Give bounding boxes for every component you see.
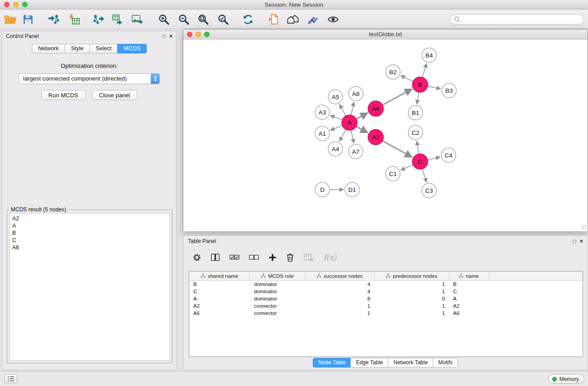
table-close-panel-icon[interactable]: ×: [580, 238, 583, 244]
graph-node-D[interactable]: D: [315, 182, 330, 197]
edge-B-B4[interactable]: [422, 63, 426, 77]
edge-A-A2[interactable]: [356, 126, 368, 133]
edge-B-B1[interactable]: [417, 92, 419, 104]
search-box[interactable]: [450, 14, 584, 24]
tab-node-table[interactable]: Node Table: [313, 358, 351, 367]
open-session-button[interactable]: [2, 11, 18, 28]
search-input[interactable]: [463, 16, 580, 23]
export-table-button[interactable]: [110, 11, 126, 28]
graph-node-C2[interactable]: C2: [408, 125, 423, 140]
show-graphics-button[interactable]: [325, 11, 341, 28]
edge-C-C3[interactable]: [422, 169, 426, 182]
column-header-predecessor-nodes[interactable]: predecessor nodes: [374, 272, 449, 280]
tab-select[interactable]: Select: [90, 44, 118, 53]
annotation-check-button[interactable]: [305, 11, 321, 28]
graph-node-A8[interactable]: A8: [349, 86, 363, 101]
tab-network-table[interactable]: Network Table: [388, 358, 433, 367]
mcds-result-item[interactable]: A2: [12, 215, 167, 222]
float-panel-icon[interactable]: □: [163, 33, 166, 39]
network-minimize-button[interactable]: [196, 32, 201, 37]
network-canvas[interactable]: AA6A2BCA5A8A3A1A4A7B4B2B3B1C2C1C4C3DD1: [183, 40, 588, 231]
graph-node-B2[interactable]: B2: [386, 65, 400, 79]
column-header-mcds-role[interactable]: MCDS role: [250, 272, 305, 280]
titlebar[interactable]: Session: New Session: [0, 0, 588, 10]
graph-node-B3[interactable]: B3: [442, 83, 456, 98]
table-row[interactable]: A2connector11A2: [189, 302, 583, 310]
delete-column-button[interactable]: [286, 253, 294, 262]
edge-A-A1[interactable]: [330, 125, 343, 130]
edge-A-A8[interactable]: [351, 102, 354, 115]
tab-mcds[interactable]: MCDS: [117, 44, 147, 53]
zoom-fit-button[interactable]: [195, 11, 211, 28]
graph-node-A5[interactable]: A5: [328, 90, 343, 104]
graph-node-A[interactable]: A: [342, 115, 357, 130]
edge-B-B3[interactable]: [428, 86, 441, 89]
deselect-all-columns-button[interactable]: [249, 253, 259, 262]
export-image-button[interactable]: [129, 11, 145, 28]
zoom-out-button[interactable]: [176, 11, 192, 28]
graph-node-D1[interactable]: D1: [345, 182, 359, 197]
export-network-button[interactable]: [91, 11, 107, 28]
edge-A2-C[interactable]: [382, 141, 412, 157]
network-window-titlebar[interactable]: testGlobe.txt: [183, 29, 588, 39]
tab-style[interactable]: Style: [65, 44, 90, 53]
network-graph[interactable]: AA6A2BCA5A8A3A1A4A7B4B2B3B1C2C1C4C3DD1: [183, 40, 588, 231]
close-panel-icon[interactable]: ×: [169, 33, 172, 39]
graph-node-A4[interactable]: A4: [328, 142, 343, 156]
close-panel-action-button[interactable]: Close panel: [92, 90, 138, 100]
graph-node-A2[interactable]: A2: [368, 129, 383, 145]
edge-A-A6[interactable]: [356, 113, 368, 119]
criterion-dropdown[interactable]: largest connected component (directed): [19, 73, 160, 84]
select-all-columns-button[interactable]: [229, 253, 239, 262]
task-history-button[interactable]: [5, 374, 17, 383]
function-builder-button[interactable]: f(x): [323, 253, 336, 262]
edge-A-A7[interactable]: [351, 130, 354, 143]
network-close-button[interactable]: [187, 32, 192, 37]
tab-edge-table[interactable]: Edge Table: [350, 358, 388, 367]
window-resize-handle[interactable]: [581, 224, 587, 230]
column-header-name[interactable]: name: [449, 272, 489, 280]
tab-network[interactable]: Network: [32, 44, 65, 53]
zoom-window-button[interactable]: [22, 2, 28, 7]
table-row[interactable]: Cdominator41C: [189, 288, 583, 295]
graph-node-C3[interactable]: C3: [422, 183, 436, 198]
mcds-result-item[interactable]: C: [12, 237, 167, 244]
column-header-shared-name[interactable]: shared name: [189, 272, 250, 280]
mcds-result-item[interactable]: B: [12, 229, 167, 237]
edge-A6-B[interactable]: [382, 89, 412, 105]
graph-node-B4[interactable]: B4: [422, 48, 436, 62]
edge-A-A4[interactable]: [339, 129, 346, 141]
edge-A-A5[interactable]: [339, 105, 346, 116]
save-session-button[interactable]: [20, 11, 36, 28]
create-column-button[interactable]: [268, 253, 277, 262]
table-row[interactable]: Bdominator41B: [189, 281, 583, 288]
table-settings-button[interactable]: [192, 253, 201, 262]
mcds-result-item[interactable]: A6: [12, 244, 167, 251]
graph-node-B[interactable]: B: [412, 77, 428, 92]
graph-node-C[interactable]: C: [412, 154, 428, 169]
minimize-window-button[interactable]: [13, 2, 19, 7]
import-table-button[interactable]: [66, 11, 82, 28]
close-window-button[interactable]: [4, 2, 10, 7]
home-button[interactable]: [285, 11, 301, 28]
table-row[interactable]: Adominator80A: [189, 295, 583, 302]
edge-C-C1[interactable]: [401, 165, 413, 170]
edge-C-C2[interactable]: [417, 141, 419, 154]
import-network-button[interactable]: [45, 11, 62, 28]
run-mcds-button[interactable]: Run MCDS: [41, 90, 86, 100]
delete-table-button[interactable]: [304, 253, 314, 262]
network-zoom-button[interactable]: [204, 32, 210, 37]
zoom-in-button[interactable]: [156, 11, 172, 28]
graph-node-A1[interactable]: A1: [315, 126, 330, 141]
node-table[interactable]: shared nameMCDS rolesuccessor nodesprede…: [189, 271, 583, 357]
tab-motifs[interactable]: Motifs: [433, 358, 458, 367]
graph-node-A7[interactable]: A7: [349, 144, 363, 159]
graph-node-A6[interactable]: A6: [368, 101, 383, 116]
document-button[interactable]: [266, 11, 282, 28]
edge-A-A3[interactable]: [330, 115, 342, 120]
graph-node-C4[interactable]: C4: [441, 148, 456, 162]
edge-C-C4[interactable]: [428, 157, 440, 160]
zoom-selected-button[interactable]: [215, 11, 231, 28]
table-row[interactable]: A6connector11A6: [189, 310, 583, 317]
table-float-panel-icon[interactable]: □: [573, 238, 576, 244]
